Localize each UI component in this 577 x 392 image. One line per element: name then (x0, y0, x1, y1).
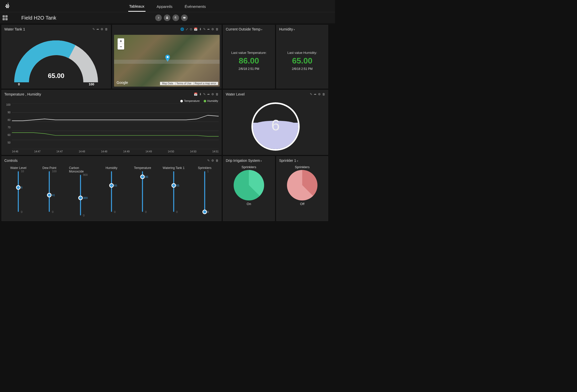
widget-humidity: Humidity Last value Humidity: 65.00 2/6/… (276, 25, 328, 88)
slider-track[interactable]: 650 (107, 171, 116, 212)
lock-button[interactable] (164, 14, 170, 21)
slider-dew-point: Dew Point100410 (38, 166, 61, 218)
nav-tab-evenements[interactable]: Événements (184, 1, 207, 11)
svg-point-11 (167, 56, 168, 58)
svg-point-6 (8, 7, 9, 8)
map-zoom-in[interactable]: + (118, 38, 124, 44)
trash-icon[interactable]: 🗑 (216, 27, 219, 31)
gauge-value: 65.00 (48, 72, 64, 80)
sprinkler-toggle-indicator[interactable] (287, 170, 317, 200)
stat-label: Last value Temperature: (231, 51, 266, 55)
widget-title[interactable]: Humidity (279, 27, 325, 31)
top-navbar: Tableaux Appareils Événements (0, 0, 335, 12)
map-terms-link[interactable]: Terms of Use (175, 82, 193, 85)
share-icon[interactable]: ➦ (207, 27, 210, 31)
slider-track[interactable]: 650 (169, 171, 178, 212)
slider-humidity: Humidity650 (100, 166, 123, 218)
widget-title[interactable]: Drip Irrigation System (226, 159, 272, 163)
calendar-icon[interactable]: 📅 (194, 27, 198, 31)
toggle-label: Sprinklers (295, 165, 310, 169)
gear-icon[interactable]: ⚙ (211, 92, 214, 96)
drip-toggle-indicator[interactable] (234, 170, 264, 200)
slider-thumb[interactable] (109, 183, 114, 188)
toggle-label: Sprinklers (242, 165, 256, 169)
dashboard-grid: Water Tank 1 ✎ ➦ ⚙ 🗑 65.00 0 100 (0, 23, 335, 223)
edit-icon[interactable]: ✎ (310, 92, 312, 96)
toggle-state: On (247, 202, 251, 206)
dashboard-grid-icon[interactable] (3, 15, 8, 20)
slider-sprinklers: Sprinklers100 (193, 166, 216, 218)
chart-y-axis: 1009080706050 (3, 103, 10, 144)
gear-icon[interactable]: ⚙ (211, 159, 214, 162)
svg-rect-8 (175, 17, 177, 19)
trash-icon[interactable]: 🗑 (216, 159, 219, 162)
trash-icon[interactable]: 🗑 (105, 27, 108, 31)
gear-icon[interactable]: ⚙ (318, 92, 321, 96)
slider-track[interactable]: 1060 (14, 171, 23, 212)
page-subbar: Field H2O Tank (0, 12, 335, 23)
target-icon[interactable]: ⊙ (190, 27, 192, 31)
app-logo[interactable] (0, 3, 15, 9)
edit-icon[interactable]: ✎ (203, 92, 206, 96)
edit-icon[interactable]: ✎ (207, 159, 210, 162)
map-report-link[interactable]: Report a map error (194, 82, 217, 85)
gear-icon[interactable]: ⚙ (101, 27, 103, 31)
svg-point-3 (5, 6, 7, 7)
map-data-link[interactable]: Map Data (161, 82, 174, 85)
map-provider-logo: Google (117, 81, 128, 85)
map-pin-icon[interactable] (165, 55, 170, 63)
svg-point-5 (6, 7, 7, 8)
trash-icon[interactable]: 🗑 (322, 92, 325, 96)
slider-track[interactable]: 860 (138, 171, 147, 212)
widget-title: Controls (4, 159, 207, 163)
share-icon[interactable]: ➦ (97, 27, 99, 31)
share-icon[interactable]: ➦ (314, 92, 316, 96)
map-canvas[interactable]: + − Google Map Data Terms of Use Report … (114, 35, 220, 87)
slider-track[interactable]: 100410 (45, 171, 54, 212)
gauge-min: 0 (18, 82, 20, 86)
gear-icon[interactable]: ⚙ (211, 27, 214, 31)
slider-thumb[interactable] (16, 185, 21, 190)
download-icon[interactable]: ⬇ (199, 92, 202, 96)
trash-icon[interactable]: 🗑 (216, 92, 219, 96)
chart-canvas[interactable] (12, 103, 219, 149)
slider-label: Sprinklers (198, 166, 211, 170)
slider-thumb[interactable] (171, 183, 176, 188)
stat-timestamp: 2/6/18 2:51 PM (238, 67, 259, 71)
slider-thumb[interactable] (78, 196, 83, 200)
slider-thumb[interactable] (47, 193, 52, 197)
slider-carbon-monoxcide: Carbon Monoxcide9003890 (69, 166, 92, 218)
slider-temperature: Temperature860 (131, 166, 154, 218)
gauge-max: 100 (89, 82, 94, 86)
svg-point-0 (6, 4, 7, 6)
slider-water-level: Water Level1060 (7, 166, 30, 218)
map-attribution: Map Data Terms of Use Report a map error (160, 82, 218, 85)
nav-tab-appareils[interactable]: Appareils (156, 1, 174, 11)
globe-icon[interactable]: 🌐 (180, 27, 184, 31)
main-nav: Tableaux Appareils Événements (15, 0, 320, 12)
slider-track[interactable]: 9003890 (76, 175, 85, 215)
water-level-value: 6 (271, 116, 280, 134)
slider-track[interactable]: 100 (200, 171, 209, 212)
widget-map: 🌐 ⤢ ⊙ 📅 ⬇ ✎ ➦ ⚙ 🗑 + − Google (112, 25, 221, 88)
copy-button[interactable] (172, 14, 179, 21)
widget-title[interactable]: Sprinkler 1 (279, 159, 325, 163)
share-button[interactable] (155, 14, 162, 21)
widget-title[interactable]: Current Outside Temp (226, 27, 272, 31)
calendar-icon[interactable]: 📅 (194, 92, 198, 96)
slider-thumb[interactable] (202, 210, 207, 214)
nav-tab-tableaux[interactable]: Tableaux (128, 1, 146, 12)
edit-icon[interactable]: ✎ (203, 27, 206, 31)
download-icon[interactable]: ⬇ (199, 27, 202, 31)
widget-title: Water Level (226, 92, 310, 96)
edit-icon[interactable]: ✎ (92, 27, 95, 31)
share-icon[interactable]: ➦ (207, 92, 210, 96)
widget-water-tank-gauge: Water Tank 1 ✎ ➦ ⚙ 🗑 65.00 0 100 (2, 25, 111, 88)
slider-label: Water Level (10, 166, 26, 170)
slider-thumb[interactable] (140, 175, 145, 179)
map-zoom-out[interactable]: − (118, 44, 124, 50)
stat-timestamp: 2/6/18 2:51 PM (292, 67, 312, 71)
chart-legend: Temperature Humidity (2, 98, 221, 103)
expand-icon[interactable]: ⤢ (186, 27, 188, 31)
display-button[interactable] (181, 14, 188, 21)
